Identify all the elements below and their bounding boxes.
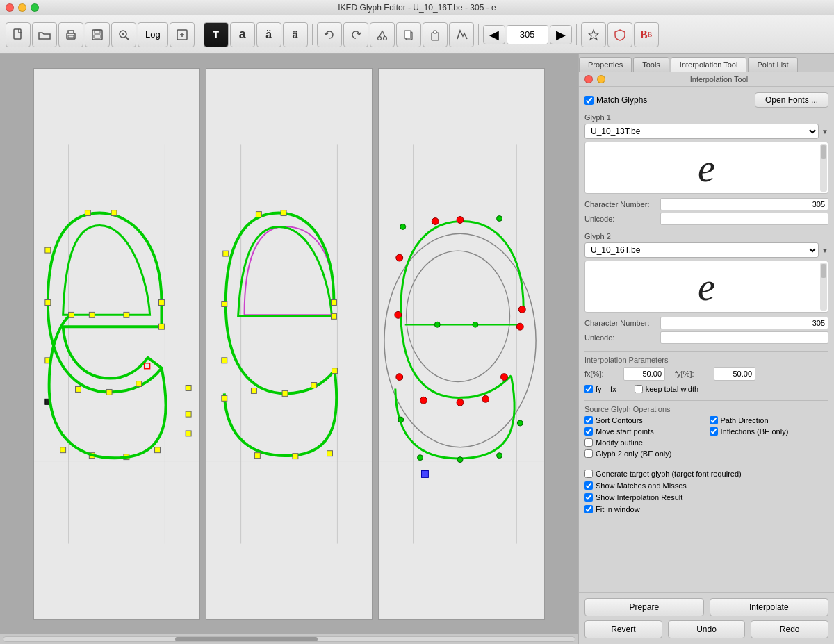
generate-target-checkbox[interactable] [584, 470, 593, 478]
svg-rect-28 [158, 324, 164, 329]
move-start-points-checkbox[interactable] [584, 427, 593, 436]
show-interp-checkbox[interactable] [584, 493, 593, 502]
separator-4 [576, 24, 577, 45]
separator-2 [312, 24, 313, 45]
preview1-scrollbar[interactable] [820, 144, 827, 192]
svg-point-81 [432, 218, 439, 225]
close-button[interactable] [6, 3, 14, 12]
redo-history-button[interactable]: Redo [751, 620, 828, 638]
open-fonts-button[interactable]: Open Fonts ... [755, 92, 828, 108]
print-button[interactable] [58, 22, 83, 47]
svg-point-83 [395, 311, 402, 318]
glyph-number-input[interactable] [507, 25, 548, 44]
special-tool-button[interactable] [449, 22, 474, 47]
show-matches-checkbox[interactable] [584, 481, 593, 490]
modify-outline-label[interactable]: Modify outline [584, 438, 828, 447]
star-tool-button[interactable] [581, 22, 606, 47]
prepare-button[interactable]: Prepare [584, 598, 704, 616]
glyph2-only-label[interactable]: Glyph 2 only (BE only) [584, 449, 828, 458]
panel-minimize-button[interactable] [597, 75, 605, 83]
minimize-button[interactable] [18, 3, 26, 12]
revert-button[interactable]: Revert [584, 620, 662, 638]
redo-button[interactable] [343, 22, 368, 47]
match-glyphs-checkbox[interactable] [584, 96, 594, 105]
glyph1-dropdown[interactable]: U_10_13T.be [584, 124, 819, 139]
window-controls [6, 3, 39, 12]
chevron-down-icon-2: ▼ [821, 247, 828, 254]
scrollbar-track[interactable] [3, 636, 575, 642]
keep-total-width-checkbox[interactable] [635, 385, 643, 393]
paste-button[interactable] [423, 22, 448, 47]
copy-button[interactable] [396, 22, 421, 47]
glyph2-unicode-input[interactable] [660, 331, 828, 344]
tab-properties[interactable]: Properties [579, 57, 632, 72]
fy-equals-fx-label[interactable]: fy = fx [584, 385, 616, 393]
panel-close-button[interactable] [584, 75, 593, 83]
fy-equals-fx-checkbox[interactable] [584, 385, 593, 393]
tab-point-list[interactable]: Point List [748, 57, 797, 72]
move-start-points-label[interactable]: Move start points [584, 427, 704, 436]
glyph2-char-number-label: Character Number: [584, 319, 657, 327]
inflections-checkbox[interactable] [710, 427, 718, 436]
sort-contours-checkbox[interactable] [584, 416, 593, 424]
cut-button[interactable] [370, 22, 395, 47]
divider-1 [584, 351, 828, 352]
fit-window-checkbox[interactable] [584, 505, 593, 513]
svg-rect-66 [222, 358, 227, 363]
next-glyph-button[interactable]: ▶ [550, 25, 572, 44]
zoom-button[interactable] [111, 22, 136, 47]
interpolate-button[interactable]: Interpolate [710, 598, 829, 616]
svg-rect-39 [186, 431, 191, 436]
glyph1-unicode-input[interactable] [660, 213, 828, 225]
show-matches-label[interactable]: Show Matches and Misses [584, 481, 828, 490]
new-file-button[interactable] [6, 22, 31, 47]
panel-header: Interpolation Tool [579, 72, 834, 87]
fx-input[interactable] [623, 367, 665, 381]
preview2-scrollbar[interactable] [820, 263, 827, 311]
font-B-button[interactable]: B B [634, 22, 659, 47]
save-button[interactable] [85, 22, 110, 47]
tt-font-button[interactable]: T [204, 22, 229, 47]
show-interp-label[interactable]: Show Interpolation Result [584, 493, 828, 502]
svg-rect-46 [69, 312, 74, 317]
svg-rect-34 [76, 386, 81, 392]
log-button[interactable]: Log [138, 22, 168, 47]
add-button[interactable] [170, 22, 195, 47]
fit-window-label[interactable]: Fit in window [584, 505, 828, 513]
panel-header-title: Interpolation Tool [610, 75, 828, 83]
glyph2-dropdown[interactable]: U_10_16T.be [584, 242, 819, 258]
shield-button[interactable] [607, 22, 632, 47]
svg-rect-58 [222, 302, 227, 307]
right-panel: Properties Tools Interpolation Tool Poin… [578, 54, 834, 644]
maximize-button[interactable] [31, 3, 39, 12]
type-a-button[interactable]: a [230, 22, 255, 47]
undo-history-button[interactable]: Undo [668, 620, 746, 638]
glyph2-only-checkbox[interactable] [584, 449, 593, 458]
svg-point-74 [407, 251, 510, 381]
glyph2-unicode-label: Unicode: [584, 333, 657, 342]
svg-point-90 [418, 455, 423, 461]
fx-label: fx[%]: [584, 370, 619, 378]
path-direction-label[interactable]: Path Direction [710, 416, 829, 424]
keep-total-width-label[interactable]: keep total width [635, 385, 698, 393]
prev-glyph-button[interactable]: ◀ [483, 25, 505, 44]
generate-target-label[interactable]: Generate target glyph (target font requi… [584, 470, 828, 478]
svg-rect-43 [60, 447, 66, 453]
fy-input[interactable] [714, 367, 755, 381]
tab-tools[interactable]: Tools [633, 57, 669, 72]
tab-interpolation-tool[interactable]: Interpolation Tool [671, 57, 747, 72]
match-glyphs-label[interactable]: Match Glyphs [584, 95, 647, 105]
sort-contours-label[interactable]: Sort Contours [584, 416, 704, 424]
undo-button[interactable] [317, 22, 342, 47]
glyph1-preview: e [584, 142, 828, 194]
svg-rect-65 [254, 453, 260, 459]
open-button[interactable] [32, 22, 57, 47]
type-a-umlaut-button[interactable]: ä [256, 22, 281, 47]
path-direction-checkbox[interactable] [710, 416, 718, 424]
scrollbar-thumb[interactable] [175, 637, 318, 641]
type-a-bold-button[interactable]: ä [283, 22, 308, 47]
glyph1-char-number-row: Character Number: 305 [584, 198, 828, 210]
modify-outline-checkbox[interactable] [584, 438, 593, 447]
inflections-label[interactable]: Inflections (BE only) [710, 427, 829, 436]
glyph2-char-number-row: Character Number: 305 [584, 317, 828, 329]
